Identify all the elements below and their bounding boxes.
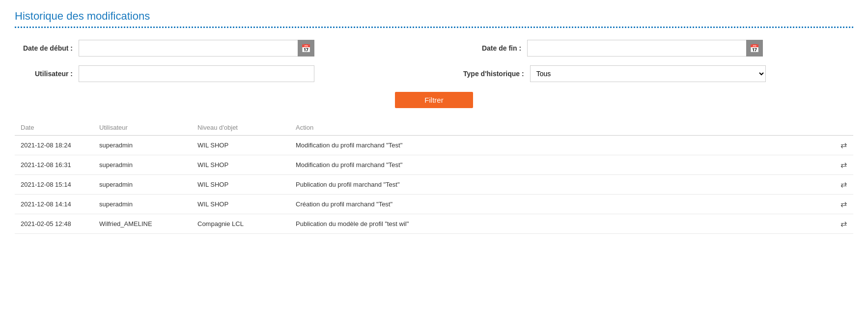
col-header-icon xyxy=(834,120,853,136)
date-fin-wrapper: 📅 xyxy=(527,40,763,57)
date-debut-input[interactable] xyxy=(79,40,298,57)
table-row: 2021-12-08 15:14superadminWIL SHOPPublic… xyxy=(15,175,853,195)
cell-utilisateur: superadmin xyxy=(93,155,192,175)
cell-utilisateur: Wilfried_AMELINE xyxy=(93,214,192,234)
utilisateur-wrapper xyxy=(79,65,314,82)
cell-icon[interactable]: ⇄ xyxy=(834,175,853,195)
transfer-icon: ⇄ xyxy=(840,220,847,228)
page-title: Historique des modifications xyxy=(15,10,853,23)
table-row: 2021-12-08 16:31superadminWIL SHOPModifi… xyxy=(15,155,853,175)
col-header-action: Action xyxy=(290,120,834,136)
cell-date: 2021-12-08 14:14 xyxy=(15,195,93,214)
date-fin-group: Date de fin : 📅 xyxy=(463,40,853,57)
cell-icon[interactable]: ⇄ xyxy=(834,136,853,155)
type-historique-group: Type d'historique : Tous Modification Pu… xyxy=(463,65,853,82)
utilisateur-group: Utilisateur : xyxy=(15,65,405,82)
cell-date: 2021-12-08 16:31 xyxy=(15,155,93,175)
cell-niveau: WIL SHOP xyxy=(192,136,290,155)
user-type-row: Utilisateur : Type d'historique : Tous M… xyxy=(15,65,853,82)
table-row: 2021-12-08 14:14superadminWIL SHOPCréati… xyxy=(15,195,853,214)
history-table: Date Utilisateur Niveau d'objet Action 2… xyxy=(15,120,853,234)
transfer-icon: ⇄ xyxy=(840,161,847,169)
section-divider xyxy=(15,27,853,28)
cell-date: 2021-12-08 18:24 xyxy=(15,136,93,155)
cell-action: Publication du profil marchand "Test" xyxy=(290,175,834,195)
cell-niveau: WIL SHOP xyxy=(192,195,290,214)
filter-btn-row: Filtrer xyxy=(15,92,853,108)
date-debut-calendar-button[interactable]: 📅 xyxy=(298,40,314,57)
cell-niveau: Compagnie LCL xyxy=(192,214,290,234)
cell-utilisateur: superadmin xyxy=(93,136,192,155)
date-debut-wrapper: 📅 xyxy=(79,40,314,57)
table-body: 2021-12-08 18:24superadminWIL SHOPModifi… xyxy=(15,136,853,234)
filter-form: Date de début : 📅 Date de fin : 📅 xyxy=(15,40,853,82)
cell-niveau: WIL SHOP xyxy=(192,175,290,195)
col-header-date: Date xyxy=(15,120,93,136)
col-header-niveau: Niveau d'objet xyxy=(192,120,290,136)
transfer-icon: ⇄ xyxy=(840,180,847,189)
col-header-utilisateur: Utilisateur xyxy=(93,120,192,136)
cell-date: 2021-12-08 15:14 xyxy=(15,175,93,195)
date-fin-label: Date de fin : xyxy=(463,44,527,52)
date-row: Date de début : 📅 Date de fin : 📅 xyxy=(15,40,853,57)
filter-button[interactable]: Filtrer xyxy=(395,92,473,108)
cell-action: Création du profil marchand "Test" xyxy=(290,195,834,214)
type-historique-wrapper: Tous Modification Publication Création xyxy=(530,65,766,82)
table-header-row: Date Utilisateur Niveau d'objet Action xyxy=(15,120,853,136)
date-debut-group: Date de début : 📅 xyxy=(15,40,405,57)
cell-date: 2021-02-05 12:48 xyxy=(15,214,93,234)
utilisateur-label: Utilisateur : xyxy=(15,70,79,78)
date-debut-label: Date de début : xyxy=(15,44,79,52)
cell-action: Modification du profil marchand "Test" xyxy=(290,155,834,175)
type-historique-label: Type d'historique : xyxy=(463,70,530,78)
calendar-icon: 📅 xyxy=(301,44,311,53)
cell-icon[interactable]: ⇄ xyxy=(834,195,853,214)
table-header: Date Utilisateur Niveau d'objet Action xyxy=(15,120,853,136)
cell-utilisateur: superadmin xyxy=(93,195,192,214)
table-row: 2021-02-05 12:48Wilfried_AMELINECompagni… xyxy=(15,214,853,234)
cell-action: Modification du profil marchand "Test" xyxy=(290,136,834,155)
date-fin-calendar-button[interactable]: 📅 xyxy=(746,40,763,57)
date-fin-input[interactable] xyxy=(527,40,746,57)
type-historique-select[interactable]: Tous Modification Publication Création xyxy=(530,65,766,82)
table-row: 2021-12-08 18:24superadminWIL SHOPModifi… xyxy=(15,136,853,155)
cell-icon[interactable]: ⇄ xyxy=(834,214,853,234)
transfer-icon: ⇄ xyxy=(840,141,847,149)
calendar-icon-2: 📅 xyxy=(750,44,759,53)
cell-utilisateur: superadmin xyxy=(93,175,192,195)
utilisateur-input[interactable] xyxy=(79,65,314,82)
cell-action: Publication du modèle de profil "test wi… xyxy=(290,214,834,234)
transfer-icon: ⇄ xyxy=(840,200,847,208)
cell-icon[interactable]: ⇄ xyxy=(834,155,853,175)
cell-niveau: WIL SHOP xyxy=(192,155,290,175)
